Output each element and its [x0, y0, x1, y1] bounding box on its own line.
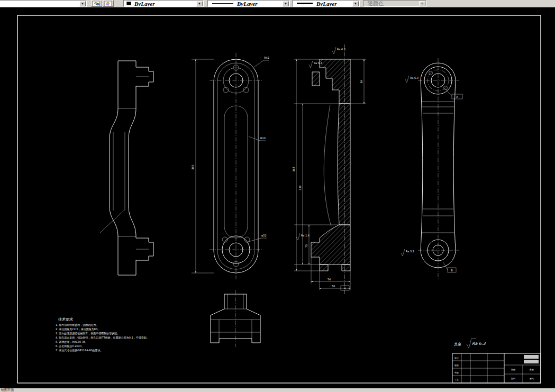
lineweight-combo-value: ByLayer	[316, 1, 336, 7]
ra-label: Ra 6.3	[410, 76, 418, 79]
surface-note-value: Ra 6.3	[472, 341, 486, 346]
title-block-label: 材料	[511, 377, 515, 380]
title-block: 设计 校核 审核 工艺 比例 数量 材料 图号	[452, 353, 541, 383]
surface-note-prefix: 其余	[454, 342, 461, 347]
roughness-symbol	[332, 47, 336, 54]
dim-sec-w2: 58	[332, 285, 335, 288]
section-view	[311, 44, 350, 294]
front-view	[210, 53, 262, 279]
title-block-label: 数量	[530, 368, 534, 371]
dim-sec-h1: 368	[292, 167, 295, 172]
ra-label: Ra 6.3	[314, 61, 322, 65]
color-swatch	[126, 2, 131, 5]
technical-requirements: 技术要求 1. 铸件须经时效处理，消除内应力。 2. 未注倒角为C2.5，未注圆…	[56, 317, 149, 352]
title-block-label: 比例	[511, 368, 515, 371]
dim-front-r-mid: R10	[260, 136, 266, 140]
dim-sec-right: 84	[360, 80, 363, 83]
roughness-symbol	[296, 233, 300, 240]
front-view-dimensions: 360 R42 R10 φ52	[191, 56, 269, 273]
drawing-canvas[interactable]: 360 R42 R10 φ52 368 310 75 74 5	[0, 7, 555, 388]
plotstyle-combo: 随颜色 ▼	[363, 0, 426, 7]
title-block-label: 图号	[530, 377, 534, 380]
bottom-aux-view	[211, 290, 260, 347]
title-block-filled-cell	[524, 360, 539, 363]
dim-front-d-bottom: φ52	[261, 234, 267, 238]
tech-title: 技术要求	[58, 317, 73, 322]
tech-item: 5. 调质处理，HRC30-35。	[56, 340, 88, 344]
tech-item: 1. 铸件须经时效处理，消除内应力。	[56, 323, 98, 327]
title-block-cell: 工艺	[454, 378, 459, 381]
make-layer-current-button[interactable]	[91, 0, 102, 7]
right-view	[418, 58, 459, 280]
title-block-cell: 审核	[454, 371, 459, 374]
title-block-cell: 校核	[454, 364, 459, 367]
title-block-cell: 设计	[454, 357, 459, 359]
dim-sec-h2: 310	[298, 185, 302, 190]
layer-current-icon	[92, 1, 102, 7]
color-combo-value: ByLayer	[134, 1, 154, 7]
lineweight-combo[interactable]: ByLayer ▼	[292, 0, 360, 7]
dim-sec-w1: 74	[327, 278, 331, 281]
lineweight-sample	[297, 3, 313, 4]
chevron-down-icon[interactable]: ▼	[196, 1, 203, 6]
ra-label: Ra 6.3	[337, 48, 345, 51]
linetype-combo[interactable]: ByLayer ▼	[207, 0, 290, 7]
roughness-symbol	[401, 249, 405, 256]
chevron-down-icon[interactable]: ▼	[283, 1, 289, 6]
datum-a-label: A	[344, 287, 346, 290]
dim-front-height: 360	[191, 165, 194, 170]
tech-item: 7. 未注尺寸公差按GB1184-80的要求。	[56, 349, 103, 352]
tech-item: 3. 正火处理后进行机械加工，表面不得有裂纹等缺陷。	[56, 332, 120, 335]
chevron-down-icon[interactable]: ▼	[352, 1, 359, 6]
title-block-filled-cell	[524, 355, 539, 359]
layer-combo[interactable]: ▼	[0, 0, 87, 7]
dim-front-r-top: R42	[264, 56, 269, 59]
datum-a-frame: A	[456, 95, 458, 98]
ra-label: Ra 1.6	[301, 234, 310, 237]
tech-item: 6. 去毛刺锐边0.2mm。	[56, 344, 84, 348]
linetype-sample	[212, 3, 233, 4]
leader-line	[99, 211, 124, 233]
ra-label: Ra 3.2	[406, 250, 414, 253]
color-combo[interactable]: ByLayer ▼	[123, 0, 204, 7]
roughness-symbol	[309, 61, 313, 68]
roughness-symbol	[405, 76, 409, 83]
dim-sec-h3: 75	[305, 244, 308, 248]
chevron-down-icon[interactable]: ▼	[79, 1, 86, 6]
properties-toolbar: ▼ ByLayer ▼ ByLayer ▼ ByLaye	[0, 0, 555, 7]
chevron-down-icon: ▼	[419, 1, 425, 6]
linetype-combo-value: ByLayer	[237, 1, 257, 7]
status-text: 绘图平面	[1, 388, 14, 391]
cad-drawing: 360 R42 R10 φ52 368 310 75 74 5	[0, 7, 555, 388]
tech-item: 2. 未注倒角为C2.5，未注圆角为R3。	[56, 327, 100, 331]
status-strip: 绘图平面	[0, 388, 555, 392]
layer-previous-button[interactable]	[103, 0, 114, 7]
plotstyle-combo-value: 随颜色	[368, 0, 384, 7]
surface-roughness-note: 其余 Ra 6.3	[454, 339, 486, 348]
side-profile-view	[99, 61, 153, 275]
layer-previous-icon	[103, 1, 113, 7]
datum-b-frame: B	[451, 269, 453, 272]
tech-item: 4. 钻孔后去毛刺，锐边倒钝，各孔口按ITT检验，位置度公差为0.1，不得歪斜。	[56, 336, 149, 340]
